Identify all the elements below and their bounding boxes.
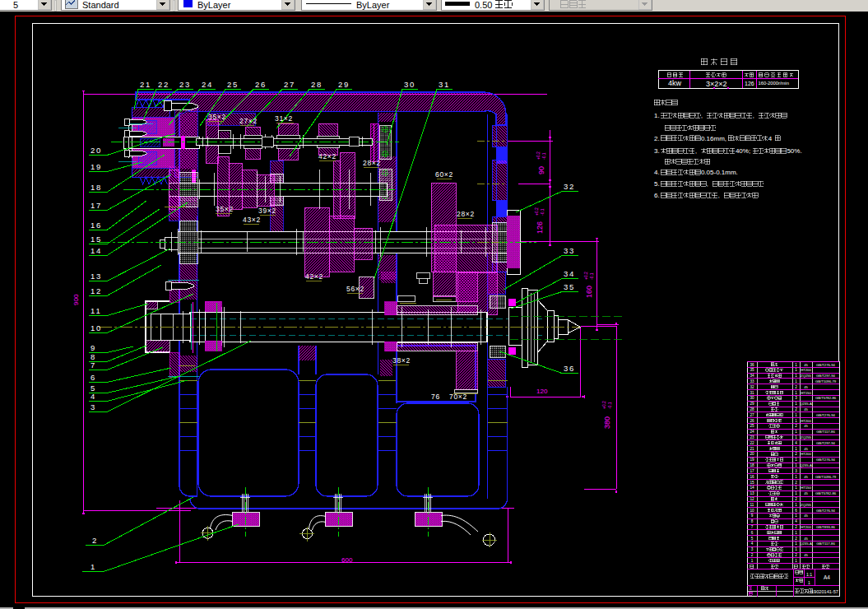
svg-text:160-2000r/min: 160-2000r/min bbox=[759, 81, 789, 86]
svg-text:36: 36 bbox=[750, 363, 754, 367]
svg-text:23: 23 bbox=[179, 80, 191, 89]
svg-text:76: 76 bbox=[431, 393, 440, 401]
svg-text:126: 126 bbox=[536, 221, 544, 234]
svg-text:GB/T297-94: GB/T297-94 bbox=[816, 374, 835, 378]
svg-text:26: 26 bbox=[750, 419, 754, 423]
svg-text:4: 4 bbox=[795, 519, 797, 523]
svg-text:,: , bbox=[707, 181, 708, 187]
svg-text:60×2: 60×2 bbox=[435, 170, 453, 179]
svg-text:9: 9 bbox=[91, 343, 96, 352]
svg-text:ZQ255: ZQ255 bbox=[801, 435, 811, 439]
svg-text:GB/T1096-79: GB/T1096-79 bbox=[815, 379, 837, 384]
svg-text:6: 6 bbox=[795, 509, 797, 513]
svg-text:13: 13 bbox=[750, 491, 754, 495]
svg-text:1: 1 bbox=[795, 514, 797, 518]
svg-text:2: 2 bbox=[751, 553, 754, 557]
svg-text:2: 2 bbox=[795, 497, 797, 501]
svg-text:45: 45 bbox=[804, 385, 808, 389]
svg-text:1: 1 bbox=[751, 559, 754, 563]
svg-text:120: 120 bbox=[536, 388, 548, 395]
svg-text:90: 90 bbox=[537, 166, 545, 174]
svg-text:23: 23 bbox=[750, 435, 754, 439]
svg-text:19020141-57: 19020141-57 bbox=[811, 589, 838, 594]
svg-text:1: 1 bbox=[795, 503, 797, 507]
svg-text:21: 21 bbox=[140, 80, 151, 89]
svg-text:HT200: HT200 bbox=[801, 525, 811, 529]
svg-text:70×2: 70×2 bbox=[449, 393, 467, 401]
svg-text:2: 2 bbox=[795, 553, 797, 557]
svg-text:GB/T276-94: GB/T276-94 bbox=[816, 458, 835, 462]
svg-text:31: 31 bbox=[439, 80, 450, 89]
svg-text:ZQ255: ZQ255 bbox=[801, 374, 811, 378]
svg-text:380: 380 bbox=[603, 416, 611, 429]
svg-text:3: 3 bbox=[91, 402, 96, 411]
svg-text:5: 5 bbox=[751, 537, 754, 541]
svg-text:900: 900 bbox=[72, 294, 80, 305]
svg-text:32: 32 bbox=[750, 385, 754, 389]
svg-text:,: , bbox=[695, 148, 697, 154]
svg-text:20: 20 bbox=[91, 146, 102, 155]
svg-text:1: 1 bbox=[91, 562, 96, 571]
svg-text:15: 15 bbox=[91, 235, 102, 244]
svg-text:45: 45 bbox=[804, 363, 808, 367]
svg-text:34: 34 bbox=[564, 269, 575, 278]
svg-text:35×2: 35×2 bbox=[208, 113, 226, 121]
svg-text:1: 1 bbox=[795, 402, 797, 406]
svg-text:25: 25 bbox=[227, 80, 239, 89]
svg-text:11: 11 bbox=[750, 503, 754, 507]
svg-text:GB/T1096-79: GB/T1096-79 bbox=[815, 475, 837, 479]
svg-text:25: 25 bbox=[750, 424, 754, 428]
svg-text:6: 6 bbox=[91, 373, 96, 382]
svg-text:45: 45 bbox=[804, 407, 808, 411]
svg-text:1: 1 bbox=[795, 547, 797, 551]
svg-text:6.: 6. bbox=[654, 192, 660, 199]
svg-text:600: 600 bbox=[341, 556, 353, 564]
svg-text:GB/T117-86: GB/T117-86 bbox=[816, 542, 835, 546]
svg-text:1: 1 bbox=[795, 447, 797, 451]
svg-text:33: 33 bbox=[750, 379, 754, 384]
svg-text:1: 1 bbox=[795, 430, 797, 434]
svg-text:-0.1: -0.1 bbox=[589, 272, 594, 280]
svg-text:26: 26 bbox=[255, 80, 267, 89]
svg-text:19: 19 bbox=[750, 458, 754, 462]
svg-text:10: 10 bbox=[91, 323, 102, 332]
svg-text:GB/T5782-86: GB/T5782-86 bbox=[815, 396, 837, 400]
svg-text:4: 4 bbox=[751, 542, 754, 546]
svg-text:ByLayer: ByLayer bbox=[197, 0, 231, 10]
svg-text:1.: 1. bbox=[654, 112, 660, 119]
svg-text:1: 1 bbox=[795, 531, 797, 535]
svg-text:1: 1 bbox=[795, 486, 797, 490]
svg-text:HT200: HT200 bbox=[801, 452, 811, 456]
svg-text:1: 1 bbox=[808, 580, 810, 585]
svg-text:2: 2 bbox=[795, 407, 797, 411]
svg-text:40%;: 40%; bbox=[736, 147, 750, 155]
svg-text:4: 4 bbox=[768, 135, 773, 142]
svg-text:7: 7 bbox=[91, 360, 96, 370]
svg-text:GB/T276-94: GB/T276-94 bbox=[816, 363, 835, 367]
svg-text:1: 1 bbox=[795, 419, 797, 423]
svg-text:1: 1 bbox=[795, 491, 797, 495]
svg-text:34: 34 bbox=[750, 374, 754, 378]
svg-text:18: 18 bbox=[91, 183, 102, 192]
svg-text:2: 2 bbox=[92, 536, 98, 545]
svg-text:1: 1 bbox=[795, 391, 797, 395]
svg-text:-0.1: -0.1 bbox=[607, 402, 612, 409]
svg-text:+0.2: +0.2 bbox=[534, 207, 539, 216]
svg-text:1: 1 bbox=[795, 463, 797, 467]
svg-text:1: 1 bbox=[795, 458, 797, 462]
svg-text:1: 1 bbox=[795, 475, 797, 479]
svg-text:12: 12 bbox=[750, 497, 754, 501]
svg-text:,: , bbox=[753, 113, 754, 119]
svg-text:9: 9 bbox=[751, 514, 754, 518]
svg-text:Standard: Standard bbox=[82, 0, 119, 10]
svg-text:35: 35 bbox=[750, 368, 754, 372]
svg-text:7: 7 bbox=[751, 525, 754, 529]
svg-text:HT150: HT150 bbox=[801, 391, 811, 395]
svg-text:43×2: 43×2 bbox=[243, 216, 261, 224]
svg-text:3: 3 bbox=[751, 547, 754, 551]
svg-text:20: 20 bbox=[750, 452, 754, 456]
svg-text:29: 29 bbox=[338, 80, 350, 89]
svg-text:45: 45 bbox=[804, 537, 808, 541]
svg-text:1: 1 bbox=[795, 413, 797, 417]
svg-text:GB/T5782-86: GB/T5782-86 bbox=[815, 491, 837, 495]
